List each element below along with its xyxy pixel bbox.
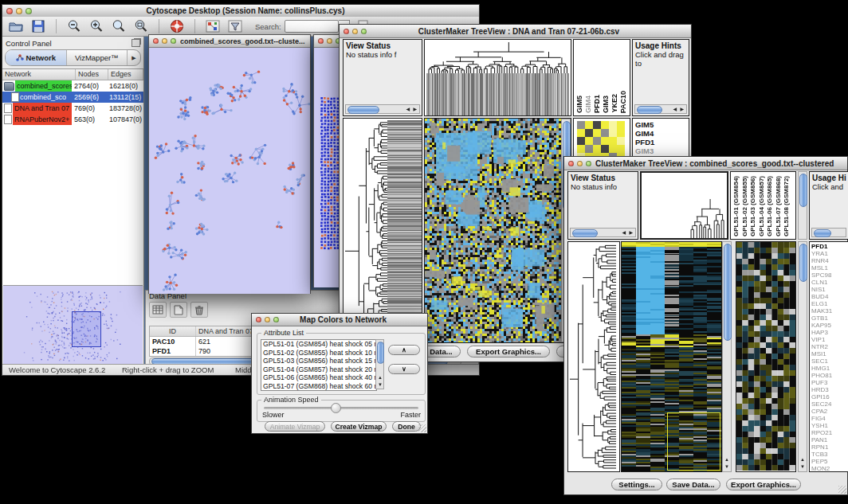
heatmap-vscrollbar[interactable]: ▲ ▼ [722,241,732,472]
settings-button[interactable]: Settings... [611,479,662,490]
search-input[interactable] [285,20,339,33]
genes-vscrollbar[interactable]: ▲ ▼ [798,241,807,472]
heatmap-canvas[interactable] [622,242,721,471]
minimize-button[interactable] [265,317,270,322]
minimize-button[interactable] [577,161,583,166]
zoom-button[interactable] [171,38,176,44]
scroll-right-arrow[interactable]: ▶ [680,105,684,113]
zoom-heatmap-canvas[interactable] [736,242,795,471]
speed-slider-track[interactable] [264,407,418,409]
row-dendrogram-panel[interactable] [343,118,422,343]
new-attribute-button[interactable] [170,302,187,318]
annotation-filter-button[interactable] [226,18,244,34]
minimize-button[interactable] [327,38,332,44]
export-graphics-button[interactable]: Export Graphics... [467,346,550,357]
column-dendrogram-canvas[interactable] [425,40,571,115]
column-dendrogram-canvas[interactable] [641,172,728,239]
column-dendrogram-panel[interactable] [424,39,571,116]
resize-grip[interactable] [418,424,426,432]
close-button[interactable] [318,38,324,44]
network-row[interactable]: DNA and Tran 07 769(0) 183728(0) [2,103,143,114]
col-id[interactable]: ID [150,326,196,336]
scroll-right-arrow[interactable]: ▶ [413,105,417,113]
network-row-selected[interactable]: combined_sco 2569(6) 13112(15) [2,92,143,103]
done-button[interactable]: Done [392,421,421,432]
tab-overflow-button[interactable]: ▶ [128,50,140,65]
minimize-button[interactable] [162,38,167,44]
close-button[interactable] [6,8,13,14]
network-row[interactable]: RNAPuberNov2+ 563(0) 107847(0) [2,114,143,125]
zoom-button[interactable] [586,161,591,166]
resize-grip[interactable] [838,486,846,494]
network-canvas[interactable] [149,48,310,294]
hscrollbar[interactable]: ◀ ▶ [345,104,420,114]
close-button[interactable] [153,38,159,44]
labels-vscrollbar[interactable] [798,171,807,240]
scroll-down-arrow[interactable]: ▼ [724,463,729,471]
overview-canvas[interactable] [3,286,141,364]
zoom-heatmap-panel[interactable] [736,241,796,472]
speed-slider-thumb[interactable] [331,403,341,413]
col-network[interactable]: Network [2,69,76,80]
scroll-down-arrow[interactable]: ▼ [800,463,805,471]
heatmap-panel[interactable]: ▲ ▼ [424,118,571,343]
minimize-button[interactable] [352,29,358,34]
hscrollbar[interactable] [811,228,846,237]
tab-network[interactable]: Network [6,50,67,65]
treeview2-titlebar[interactable]: ClusterMaker TreeView : combined_scores_… [564,157,847,170]
zoom-button[interactable] [361,29,367,34]
col-nodes[interactable]: Nodes [76,69,108,80]
float-panel-icon[interactable] [132,39,140,47]
usage-hints-text: Click and drag to [635,50,684,68]
zoom-fit-button[interactable] [110,18,128,34]
row-dendrogram-canvas[interactable] [344,119,422,342]
tab-vizmapper[interactable]: VizMapper™ [67,50,128,65]
help-button[interactable] [168,18,186,34]
close-button[interactable] [344,29,349,34]
create-vizmap-button[interactable]: Create Vizmap [331,421,387,432]
treeview1-titlebar[interactable]: ClusterMaker TreeView : DNA and Tran 07-… [340,25,691,38]
save-session-button[interactable] [29,18,47,34]
move-up-button[interactable]: ∧ [388,345,420,355]
column-dendrogram-panel[interactable] [640,171,728,240]
row-dendrogram-panel[interactable] [567,241,620,472]
scroll-left-arrow[interactable]: ◀ [673,105,677,113]
scroll-right-arrow[interactable]: ▶ [629,229,633,236]
move-down-button[interactable]: ∨ [388,364,420,374]
hscrollbar[interactable]: ◀ ▶ [634,104,687,114]
window-controls [340,29,371,34]
heatmap-canvas[interactable] [425,119,561,342]
save-data-button[interactable]: Save Data... [666,479,720,490]
col-edges[interactable]: Edges [108,69,143,80]
close-button[interactable] [256,317,261,322]
network-view-titlebar[interactable]: combined_scores_good.txt--cluste... [149,35,310,48]
export-graphics-button[interactable]: Export Graphics... [726,479,801,490]
heatmap-panel[interactable] [621,241,722,472]
zoom-button[interactable] [273,317,279,322]
zoom-button[interactable] [26,8,32,14]
help-lifesaver-icon [170,19,184,33]
select-attributes-button[interactable] [149,302,167,318]
zoom-selected-button[interactable] [132,18,150,34]
scroll-left-arrow[interactable]: ◀ [622,229,626,236]
zoom-out-button[interactable] [65,18,83,34]
main-titlebar[interactable]: Cytoscape Desktop (Session Name: collins… [2,5,479,18]
row-dendrogram-canvas[interactable] [568,242,619,471]
attribute-list[interactable]: GPL51-01 (GSM854) heat shock 05 minGPL51… [261,339,377,391]
zoom-in-button[interactable] [88,18,105,34]
gene-label: MSL1 [811,264,847,272]
toolbar-separator [194,19,195,33]
hscrollbar[interactable]: ◀ ▶ [570,228,636,237]
network-overview-panel[interactable] [3,285,143,365]
list-vscrollbar[interactable]: ▲ ▼ [375,339,384,389]
scroll-down-arrow[interactable]: ▼ [378,381,383,389]
minimize-button[interactable] [16,8,22,14]
dialog-titlebar[interactable]: Map Colors to Network [252,314,427,326]
gene-label: RNR4 [811,257,847,264]
network-overview-button[interactable] [204,18,222,34]
delete-attribute-button[interactable] [190,302,208,318]
open-session-button[interactable] [7,18,25,34]
scroll-left-arrow[interactable]: ◀ [406,105,410,113]
network-row[interactable]: combined_scores_ 2764(0) 16218(0) [2,80,143,92]
close-button[interactable] [568,161,574,166]
